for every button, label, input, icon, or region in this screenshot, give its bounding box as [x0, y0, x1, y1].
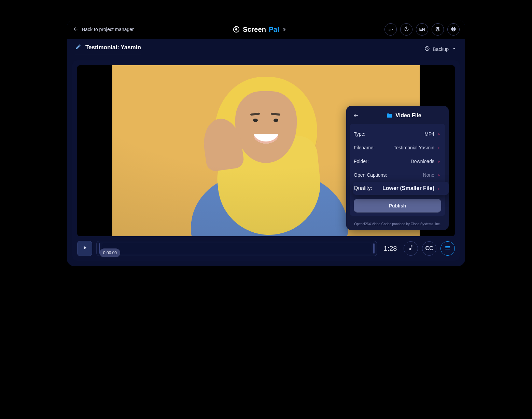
chevron-right-icon	[437, 159, 441, 163]
viewer-wrap: Video File Type: MP4	[67, 57, 465, 266]
export-panel-back[interactable]	[351, 111, 361, 120]
screen: Back to project manager ScreenPal®	[67, 20, 465, 266]
svg-point-1	[235, 28, 237, 30]
export-panel: Video File Type: MP4	[346, 106, 449, 230]
caret-down-icon	[451, 46, 457, 52]
backup-dropdown[interactable]: Backup	[424, 46, 457, 52]
timeline-bar[interactable]	[102, 243, 371, 254]
row-open-captions[interactable]: Open Captions: None	[354, 168, 441, 182]
list-check-button[interactable]	[384, 23, 397, 36]
svg-rect-2	[235, 26, 236, 28]
row-type-value: MP4	[424, 131, 434, 137]
layers-button[interactable]	[432, 23, 444, 36]
top-tools: EN	[384, 23, 460, 36]
layers-icon	[435, 26, 440, 33]
row-folder[interactable]: Folder: Downloads	[354, 154, 441, 168]
row-folder-value: Downloads	[411, 159, 434, 164]
timeline-track[interactable]	[96, 241, 377, 256]
help-button[interactable]	[447, 23, 460, 36]
no-symbol-icon	[424, 46, 430, 52]
backup-label: Backup	[433, 46, 449, 52]
chevron-right-icon	[437, 186, 441, 190]
brand-mark-icon	[233, 26, 240, 33]
brand-logo: ScreenPal®	[233, 26, 285, 33]
language-label: EN	[419, 27, 425, 32]
menu-button[interactable]	[440, 241, 455, 256]
language-button[interactable]: EN	[416, 23, 428, 36]
row-type[interactable]: Type: MP4	[354, 127, 441, 141]
back-to-projects[interactable]: Back to project manager	[72, 26, 134, 33]
cc-button[interactable]: CC	[422, 241, 436, 256]
folder-icon	[387, 112, 393, 119]
device-frame: Back to project manager ScreenPal®	[64, 17, 468, 269]
top-bar: Back to project manager ScreenPal®	[67, 20, 465, 39]
menu-icon	[445, 245, 451, 252]
viewer: Video File Type: MP4	[72, 60, 460, 261]
help-icon	[451, 26, 456, 33]
row-filename[interactable]: Filename: Testimonial Yasmin	[354, 141, 441, 154]
row-type-label: Type:	[354, 131, 365, 137]
arrow-left-icon	[72, 26, 79, 33]
publish-button-label: Publish	[389, 203, 406, 208]
timestamp-chip: 0:00.00	[100, 248, 120, 257]
back-label: Back to project manager	[82, 27, 134, 32]
project-title[interactable]: Testimonial: Yasmin	[75, 44, 141, 54]
row-filename-label: Filename:	[354, 145, 375, 150]
export-panel-header: Video File	[346, 106, 449, 124]
export-panel-footnote: OpenH264 Video Codec provided by Cisco S…	[346, 219, 449, 230]
chevron-right-icon	[437, 132, 441, 136]
cc-label: CC	[425, 245, 433, 252]
export-panel-title-text: Video File	[395, 112, 421, 119]
music-button[interactable]	[404, 241, 418, 256]
history-button[interactable]	[400, 23, 412, 36]
edit-icon	[75, 44, 81, 51]
row-folder-label: Folder:	[354, 159, 369, 164]
brand-trademark: ®	[283, 28, 286, 31]
chevron-right-icon	[437, 146, 441, 150]
row-filename-value: Testimonial Yasmin	[394, 145, 434, 150]
timeline-controls: 1:28 CC	[77, 241, 455, 256]
row-quality-value: Lower (Smaller File)	[382, 185, 434, 191]
chevron-right-icon	[437, 173, 441, 177]
arrow-left-icon	[353, 112, 359, 119]
export-panel-body: Type: MP4 Filename: Testimonial Yasmin	[350, 124, 445, 216]
list-check-icon	[388, 26, 393, 33]
row-quality[interactable]: Quality: Lower (Smaller File)	[353, 182, 449, 195]
music-icon	[408, 245, 414, 252]
export-panel-title: Video File	[364, 112, 444, 119]
timeline-handle-right[interactable]	[373, 243, 375, 254]
play-button[interactable]	[77, 241, 92, 256]
brand-name-a: Screen	[243, 26, 266, 33]
row-oc-value: None	[423, 172, 434, 178]
row-oc-label: Open Captions:	[354, 172, 387, 178]
history-icon	[404, 26, 409, 33]
svg-rect-3	[237, 26, 238, 28]
row-quality-label: Quality:	[354, 185, 372, 191]
duration-label: 1:28	[381, 245, 400, 253]
project-title-text: Testimonial: Yasmin	[85, 44, 141, 51]
publish-button[interactable]: Publish	[354, 199, 441, 213]
brand-name-b: Pal	[269, 26, 279, 33]
title-bar: Testimonial: Yasmin Backup	[67, 39, 465, 57]
play-icon	[82, 245, 88, 252]
video-frame: Video File Type: MP4	[77, 65, 455, 236]
